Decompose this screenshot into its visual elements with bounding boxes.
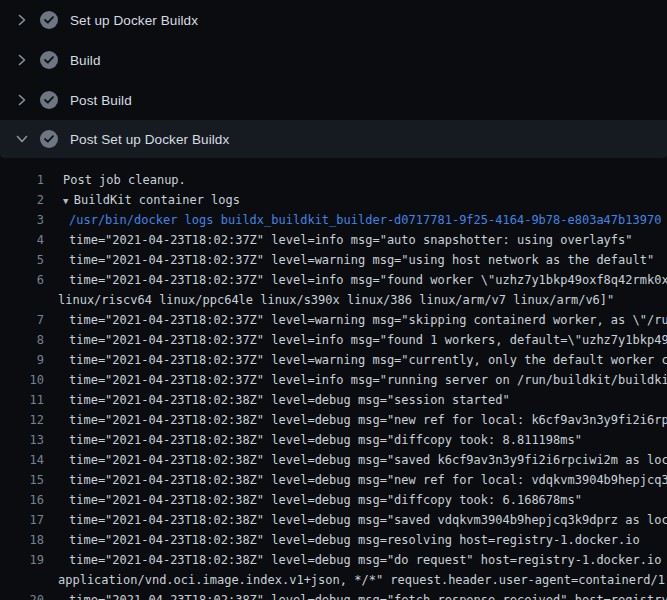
log-line: 11time="2021-04-23T18:02:38Z" level=debu… (0, 390, 667, 410)
log-line: 1Post job cleanup. (0, 170, 667, 190)
log-text: time="2021-04-23T18:02:37Z" level=info m… (69, 233, 633, 247)
log-text: time="2021-04-23T18:02:37Z" level=warnin… (69, 313, 667, 327)
log-text: time="2021-04-23T18:02:38Z" level=debug … (69, 593, 667, 600)
line-number (0, 570, 44, 590)
line-number[interactable]: 1 (0, 170, 44, 190)
step-header-build[interactable]: Build (0, 40, 667, 80)
log-line: 3/usr/bin/docker logs buildx_buildkit_bu… (0, 210, 667, 230)
log-line: 7time="2021-04-23T18:02:37Z" level=warni… (0, 310, 667, 330)
log-text: /usr/bin/docker logs buildx_buildkit_bui… (69, 213, 661, 227)
log-line: 16time="2021-04-23T18:02:38Z" level=debu… (0, 490, 667, 510)
line-number[interactable]: 2 (0, 190, 44, 210)
line-number[interactable]: 8 (0, 330, 44, 350)
chevron-right-icon (14, 52, 30, 68)
chevron-down-icon (14, 131, 30, 147)
line-number[interactable]: 9 (0, 350, 44, 370)
log-text: time="2021-04-23T18:02:37Z" level=info m… (69, 273, 667, 287)
line-number[interactable]: 10 (0, 370, 44, 390)
steps-list: Set up Docker Buildx Build Post Build Po… (0, 0, 667, 158)
chevron-right-icon (14, 12, 30, 28)
log-text: BuildKit container logs (74, 193, 240, 207)
line-number[interactable]: 12 (0, 410, 44, 430)
log-text: time="2021-04-23T18:02:38Z" level=debug … (69, 413, 667, 427)
log-line: 8time="2021-04-23T18:02:37Z" level=info … (0, 330, 667, 350)
line-number[interactable]: 3 (0, 210, 44, 230)
check-circle-icon (40, 11, 58, 29)
log-line: 4time="2021-04-23T18:02:37Z" level=info … (0, 230, 667, 250)
log-line: 9time="2021-04-23T18:02:37Z" level=warni… (0, 350, 667, 370)
line-number[interactable]: 17 (0, 510, 44, 530)
log-line: 17time="2021-04-23T18:02:38Z" level=debu… (0, 510, 667, 530)
step-header-set-up-docker-buildx[interactable]: Set up Docker Buildx (0, 0, 667, 40)
group-toggle-icon[interactable]: ▼ (63, 196, 74, 206)
log-text: time="2021-04-23T18:02:38Z" level=debug … (69, 553, 667, 567)
check-circle-icon (40, 130, 58, 148)
line-number[interactable]: 20 (0, 590, 44, 600)
step-header-post-build[interactable]: Post Build (0, 80, 667, 120)
log-line: 13time="2021-04-23T18:02:38Z" level=debu… (0, 430, 667, 450)
log-text: time="2021-04-23T18:02:38Z" level=debug … (69, 453, 667, 467)
log-text: time="2021-04-23T18:02:38Z" level=debug … (69, 513, 667, 527)
line-number[interactable]: 7 (0, 310, 44, 330)
log-text: linux/riscv64 linux/ppc64le linux/s390x … (58, 293, 614, 307)
log-line-continuation: application/vnd.oci.image.index.v1+json,… (0, 570, 667, 590)
log-text: time="2021-04-23T18:02:37Z" level=warnin… (69, 253, 654, 267)
line-number[interactable]: 6 (0, 270, 44, 290)
log-line: 5time="2021-04-23T18:02:37Z" level=warni… (0, 250, 667, 270)
log-text: time="2021-04-23T18:02:38Z" level=debug … (69, 473, 667, 487)
log-text: time="2021-04-23T18:02:38Z" level=debug … (69, 533, 640, 547)
log-text: time="2021-04-23T18:02:37Z" level=warnin… (69, 353, 667, 367)
log-text: application/vnd.oci.image.index.v1+json,… (58, 573, 667, 587)
chevron-right-icon (14, 92, 30, 108)
log-lines: 1Post job cleanup.2▼ BuildKit container … (0, 158, 667, 600)
log-line: 18time="2021-04-23T18:02:38Z" level=debu… (0, 530, 667, 550)
log-line-continuation: linux/riscv64 linux/ppc64le linux/s390x … (0, 290, 667, 310)
step-label: Build (70, 53, 101, 68)
log-text: time="2021-04-23T18:02:38Z" level=debug … (69, 493, 582, 507)
line-number[interactable]: 18 (0, 530, 44, 550)
line-number[interactable]: 5 (0, 250, 44, 270)
log-line: 14time="2021-04-23T18:02:38Z" level=debu… (0, 450, 667, 470)
log-line: 10time="2021-04-23T18:02:37Z" level=info… (0, 370, 667, 390)
step-label: Post Set up Docker Buildx (70, 132, 229, 147)
check-circle-icon (40, 91, 58, 109)
step-label: Set up Docker Buildx (70, 13, 198, 28)
step-label: Post Build (70, 93, 132, 108)
line-number[interactable]: 19 (0, 550, 44, 570)
step-header-post-set-up-docker-buildx[interactable]: Post Set up Docker Buildx (0, 120, 667, 158)
log-text: time="2021-04-23T18:02:37Z" level=info m… (69, 373, 667, 387)
log-line: 6time="2021-04-23T18:02:37Z" level=info … (0, 270, 667, 290)
log-text: time="2021-04-23T18:02:37Z" level=info m… (69, 333, 667, 347)
line-number[interactable]: 16 (0, 490, 44, 510)
line-number (0, 290, 44, 310)
line-number[interactable]: 4 (0, 230, 44, 250)
log-line: 12time="2021-04-23T18:02:38Z" level=debu… (0, 410, 667, 430)
log-line: 2▼ BuildKit container logs (0, 190, 667, 210)
log-line: 20time="2021-04-23T18:02:38Z" level=debu… (0, 590, 667, 600)
log-text: time="2021-04-23T18:02:38Z" level=debug … (69, 393, 510, 407)
log-line: 19time="2021-04-23T18:02:38Z" level=debu… (0, 550, 667, 570)
log-line: 15time="2021-04-23T18:02:38Z" level=debu… (0, 470, 667, 490)
log-text: Post job cleanup. (63, 173, 186, 187)
line-number[interactable]: 14 (0, 450, 44, 470)
line-number[interactable]: 11 (0, 390, 44, 410)
check-circle-icon (40, 51, 58, 69)
line-number[interactable]: 15 (0, 470, 44, 490)
line-number[interactable]: 13 (0, 430, 44, 450)
log-text: time="2021-04-23T18:02:38Z" level=debug … (69, 433, 582, 447)
